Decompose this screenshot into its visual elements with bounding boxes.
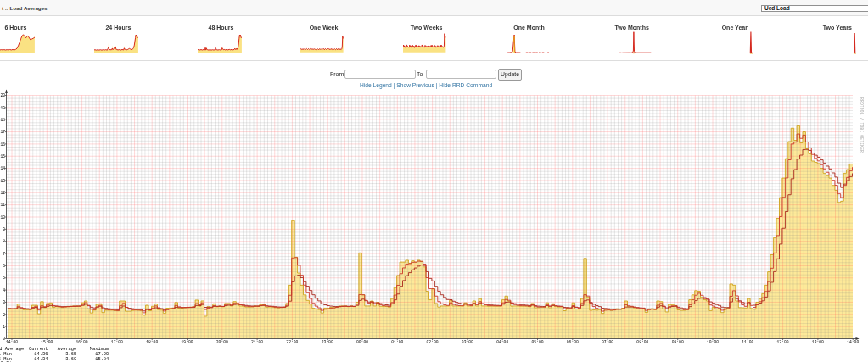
svg-text:11:00: 11:00	[742, 340, 753, 344]
svg-text:20: 20	[0, 93, 5, 97]
svg-text:11: 11	[0, 203, 5, 207]
svg-text:15: 15	[0, 154, 5, 159]
svg-text:19: 19	[0, 106, 5, 110]
svg-text:1: 1	[3, 325, 5, 329]
svg-text:07:00: 07:00	[602, 340, 613, 344]
svg-text:04:00: 04:00	[496, 340, 508, 344]
svg-text:7: 7	[3, 252, 5, 256]
svg-text:00:00: 00:00	[356, 340, 368, 344]
svg-text:8: 8	[3, 239, 5, 243]
svg-text:02:00: 02:00	[427, 340, 439, 344]
svg-text:13: 13	[0, 179, 5, 183]
svg-text:15.84: 15.84	[95, 357, 109, 362]
svg-text:14:00: 14:00	[847, 340, 859, 344]
svg-text:23:00: 23:00	[322, 340, 333, 344]
svg-text:0: 0	[3, 337, 5, 341]
svg-text:2: 2	[3, 313, 5, 317]
svg-text:06:00: 06:00	[567, 340, 579, 344]
svg-text:22:00: 22:00	[286, 340, 298, 344]
svg-text:03:00: 03:00	[462, 340, 473, 344]
svg-text:09:00: 09:00	[672, 340, 684, 344]
svg-text:19:00: 19:00	[181, 340, 193, 344]
svg-text:16: 16	[0, 142, 5, 147]
svg-text:3: 3	[3, 300, 5, 304]
svg-text:16:00: 16:00	[76, 340, 88, 344]
svg-text:08:00: 08:00	[636, 340, 648, 344]
svg-text:17: 17	[0, 130, 5, 134]
svg-text:13:00: 13:00	[812, 340, 824, 344]
svg-text:14:00: 14:00	[6, 340, 18, 344]
svg-text:18:00: 18:00	[146, 340, 158, 344]
svg-text:21:00: 21:00	[251, 340, 263, 344]
svg-text:18: 18	[0, 118, 5, 122]
svg-text:12: 12	[0, 191, 5, 195]
svg-text:12:00: 12:00	[777, 340, 789, 344]
svg-text:17:00: 17:00	[111, 340, 123, 344]
svg-text:4: 4	[3, 288, 5, 292]
svg-text:14.34: 14.34	[34, 357, 48, 362]
svg-text:10:00: 10:00	[707, 340, 719, 344]
svg-text:3.60: 3.60	[65, 357, 76, 362]
svg-text:01:00: 01:00	[391, 340, 403, 344]
svg-text:05:00: 05:00	[531, 340, 543, 344]
svg-text:10: 10	[0, 215, 5, 220]
svg-text:9: 9	[3, 227, 5, 231]
svg-text:15:00: 15:00	[41, 340, 53, 344]
svg-text:20:00: 20:00	[216, 340, 228, 344]
svg-text:5: 5	[3, 276, 5, 280]
svg-text:RRDTOOL / TOBI OETIKER: RRDTOOL / TOBI OETIKER	[860, 97, 864, 153]
svg-text:6: 6	[3, 264, 5, 268]
svg-text:14: 14	[0, 166, 5, 170]
